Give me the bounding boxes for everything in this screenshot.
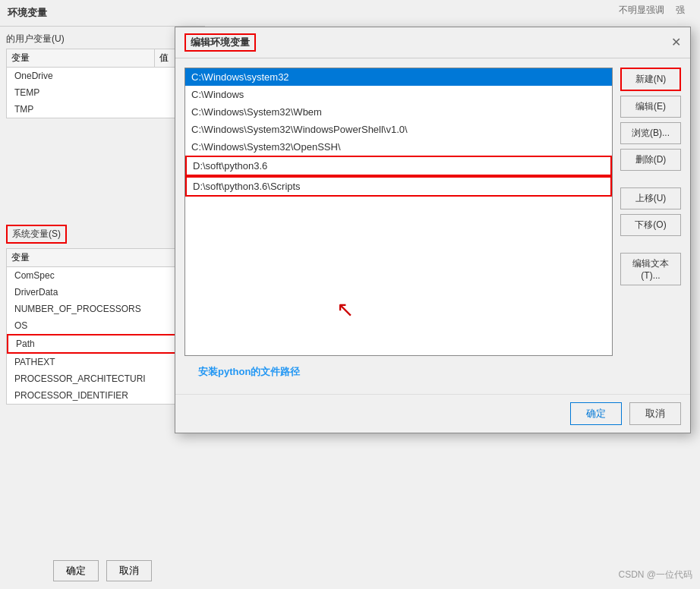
- var-name: PROCESSOR_IDENTIFIER: [10, 389, 133, 402]
- spacer: [620, 241, 681, 248]
- var-value: [150, 372, 159, 386]
- dialog-body: C:\Windows\system32 C:\Windows C:\Window…: [175, 58, 690, 394]
- table-row[interactable]: ComSpec: [7, 267, 178, 284]
- edit-button[interactable]: 编辑(E): [620, 96, 681, 118]
- table-row[interactable]: DriverData: [7, 284, 178, 301]
- path-row[interactable]: Path: [7, 334, 178, 354]
- browse-button[interactable]: 浏览(B)...: [620, 122, 681, 144]
- path-item[interactable]: C:\Windows\System32\OpenSSH\: [185, 138, 612, 156]
- var-name: TEMP: [10, 86, 44, 99]
- user-col-name: 变量: [7, 49, 155, 68]
- var-value: [146, 302, 155, 316]
- user-variables-table: 变量 值 OneDrive TEMP TMP: [6, 49, 199, 118]
- user-section-label: 的用户变量(U): [6, 33, 199, 46]
- delete-button[interactable]: 删除(D): [620, 149, 681, 171]
- python-path-item[interactable]: D:\soft\python3.6: [185, 156, 612, 176]
- var-name: NUMBER_OF_PROCESSORS: [10, 302, 146, 316]
- path-item[interactable]: C:\Windows\System32\WindowsPowerShell\v1…: [185, 121, 612, 138]
- sys-col-name: 变量: [7, 249, 178, 267]
- var-value: [38, 102, 47, 116]
- var-name: OneDrive: [10, 69, 58, 83]
- table-row[interactable]: PATHEXT: [7, 354, 178, 370]
- top-right-labels: 不明显强调 强: [619, 4, 685, 17]
- edit-env-dialog: 编辑环境变量 ✕ C:\Windows\system32 C:\Windows …: [175, 27, 691, 433]
- sys-section-label: 系统变量(S): [6, 225, 67, 244]
- var-value: [39, 337, 49, 351]
- dialog-title: 编辑环境变量: [184, 33, 256, 52]
- table-row[interactable]: NUMBER_OF_PROCESSORS: [7, 301, 178, 317]
- move-down-button[interactable]: 下移(O): [620, 214, 681, 236]
- var-value: [133, 389, 142, 402]
- path-item[interactable]: C:\Windows: [185, 86, 612, 103]
- outer-ok-button[interactable]: 确定: [53, 560, 99, 581]
- table-row[interactable]: OS: [7, 317, 178, 334]
- new-button[interactable]: 新建(N): [620, 68, 681, 91]
- var-name: OS: [10, 319, 32, 332]
- var-name: PATHEXT: [10, 355, 60, 369]
- table-row[interactable]: TMP: [7, 101, 154, 118]
- dialog-cancel-button[interactable]: 取消: [629, 402, 681, 425]
- var-value: [44, 86, 53, 99]
- annotation-text: 安装python的文件路径: [192, 359, 613, 385]
- path-list[interactable]: C:\Windows\system32 C:\Windows C:\Window…: [184, 68, 613, 356]
- var-value: [58, 69, 67, 83]
- annotation-container: ↙ 安装python的文件路径: [184, 359, 613, 385]
- watermark: CSDN @一位代码: [618, 569, 692, 581]
- spacer: [620, 175, 681, 183]
- env-window-title: 环境变量: [8, 7, 47, 18]
- var-value: [59, 269, 68, 282]
- var-name: Path: [11, 337, 39, 351]
- var-name: TMP: [10, 102, 38, 116]
- var-value: [60, 355, 69, 369]
- var-name: DriverData: [10, 285, 62, 299]
- outer-cancel-button[interactable]: 取消: [106, 560, 152, 581]
- label-strong: 强: [676, 4, 685, 17]
- arrow-icon: ↙: [336, 298, 354, 323]
- env-window-titlebar: 环境变量: [0, 0, 205, 27]
- move-up-button[interactable]: 上移(U): [620, 187, 681, 209]
- path-item[interactable]: C:\Windows\System32\Wbem: [185, 103, 612, 121]
- table-row[interactable]: OneDrive: [7, 68, 154, 84]
- var-value: [62, 285, 71, 299]
- python-scripts-path-item[interactable]: D:\soft\python3.6\Scripts: [185, 176, 612, 197]
- dialog-bottom-buttons: 确定 取消: [175, 394, 690, 433]
- dialog-ok-button[interactable]: 确定: [570, 402, 622, 425]
- side-buttons-panel: 新建(N) 编辑(E) 浏览(B)... 删除(D) 上移(U) 下移(O) 编…: [620, 68, 681, 385]
- outer-bottom-buttons: 确定 取消: [0, 560, 205, 581]
- var-value: [32, 319, 41, 332]
- label-subtle: 不明显强调: [619, 4, 664, 17]
- sys-variables-table: 变量 值 ComSpec DriverData NUMBER_OF_PROCES…: [6, 248, 199, 405]
- user-label-text: 的用户变量(U): [6, 33, 65, 44]
- table-row[interactable]: PROCESSOR_IDENTIFIER: [7, 387, 178, 404]
- edit-text-button[interactable]: 编辑文本(T)...: [620, 253, 681, 285]
- var-name: PROCESSOR_ARCHITECTURI: [10, 372, 150, 386]
- var-name: ComSpec: [10, 269, 59, 282]
- table-row[interactable]: PROCESSOR_ARCHITECTURI: [7, 370, 178, 387]
- table-row[interactable]: TEMP: [7, 84, 154, 101]
- dialog-close-button[interactable]: ✕: [671, 36, 681, 49]
- dialog-titlebar: 编辑环境变量 ✕: [175, 27, 690, 58]
- path-item[interactable]: C:\Windows\system32: [185, 68, 612, 86]
